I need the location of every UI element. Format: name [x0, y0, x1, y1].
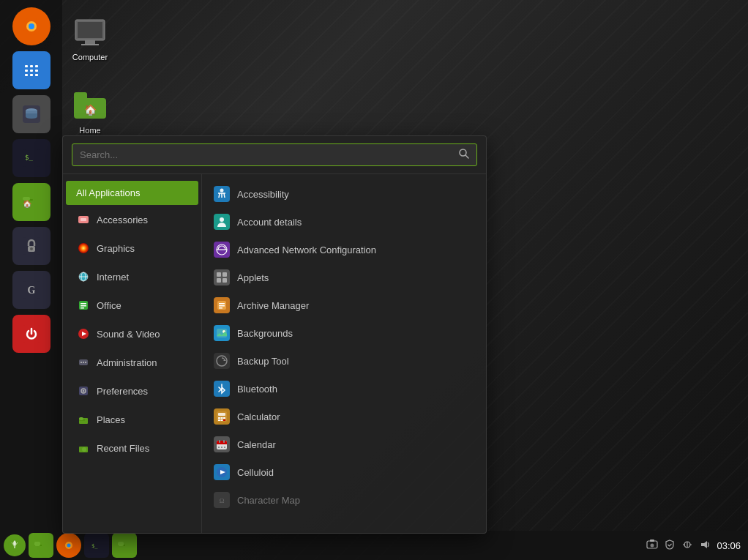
category-administration[interactable]: Administration	[66, 348, 198, 376]
taskbar-lock[interactable]	[12, 227, 51, 265]
office-icon	[76, 298, 91, 313]
category-graphics-label: Graphics	[97, 243, 135, 254]
svg-rect-89	[224, 447, 225, 448]
app-advanced-network[interactable]: Advanced Network Configuration	[202, 236, 486, 264]
svg-rect-10	[35, 65, 38, 67]
category-places[interactable]: Places	[66, 406, 198, 433]
svg-point-27	[30, 247, 33, 250]
app-account-details[interactable]: Account details	[202, 208, 486, 236]
category-preferences-label: Preferences	[97, 386, 148, 397]
taskbar-firefox[interactable]	[12, 7, 51, 45]
administration-icon	[76, 355, 91, 370]
svg-point-100	[67, 544, 71, 548]
category-office[interactable]: Office	[66, 291, 198, 319]
search-input[interactable]	[72, 145, 452, 165]
app-charmap-label: Character Map	[237, 495, 300, 506]
taskbar-terminal[interactable]: $_	[12, 139, 51, 177]
places-icon	[76, 412, 91, 427]
svg-text:$_: $_	[91, 543, 98, 549]
app-network-icon	[214, 242, 230, 258]
app-menu: All Applications Accessories	[62, 135, 487, 534]
categories-panel: All Applications Accessories	[63, 174, 202, 533]
svg-marker-110	[701, 541, 707, 548]
svg-text:Ω: Ω	[220, 497, 225, 504]
svg-rect-69	[219, 307, 222, 309]
category-sound-video-label: Sound & Video	[97, 329, 160, 340]
app-archive-manager[interactable]: Archive Manager	[202, 291, 486, 319]
app-list: Accessibility Account details	[202, 174, 486, 533]
home-desktop-icon[interactable]: 🏠 Home	[64, 88, 116, 135]
app-applets[interactable]: Applets	[202, 264, 486, 291]
taskbar-bottom-folder2[interactable]	[112, 533, 137, 558]
search-icon[interactable]	[452, 144, 476, 165]
app-calendar[interactable]: Calendar	[202, 430, 486, 458]
category-graphics[interactable]: Graphics	[66, 234, 198, 262]
svg-rect-41	[81, 305, 86, 307]
taskbar-g[interactable]: G	[12, 271, 51, 309]
svg-rect-13	[35, 70, 38, 72]
computer-label: Computer	[72, 53, 108, 61]
svg-rect-88	[221, 447, 222, 448]
svg-rect-15	[30, 74, 33, 76]
svg-rect-54	[79, 417, 83, 420]
svg-point-59	[220, 217, 224, 222]
app-calculator-icon	[214, 408, 230, 425]
app-calculator[interactable]: Calculator	[202, 403, 486, 430]
category-sound-video[interactable]: Sound & Video	[66, 320, 198, 348]
category-all-label: All Applications	[76, 187, 140, 198]
svg-rect-16	[35, 74, 38, 76]
app-calendar-icon	[214, 436, 230, 452]
category-recent[interactable]: Recent Files	[66, 434, 198, 462]
app-character-map[interactable]: Ω Character Map	[202, 486, 486, 514]
taskbar-bottom-firefox[interactable]	[56, 533, 81, 558]
app-calendar-label: Calendar	[237, 439, 276, 450]
taskbar-files[interactable]: 🏠	[12, 183, 51, 221]
taskbar-bottom-terminal[interactable]: $_	[84, 533, 109, 558]
screenshot-icon[interactable]	[646, 539, 658, 553]
search-input-wrap[interactable]	[72, 143, 477, 166]
network-icon[interactable]	[681, 539, 693, 553]
svg-rect-80	[221, 419, 223, 421]
taskbar-db[interactable]	[12, 95, 51, 133]
svg-line-32	[465, 155, 468, 158]
taskbar-numpad[interactable]	[12, 51, 51, 89]
shield-icon[interactable]	[664, 539, 676, 553]
app-backgrounds-icon	[214, 325, 230, 341]
app-celluloid[interactable]: Celluloid	[202, 458, 486, 486]
taskbar-bottom-left: $_	[0, 533, 137, 558]
app-calculator-label: Calculator	[237, 411, 280, 422]
app-account-label: Account details	[237, 217, 302, 228]
category-internet[interactable]: Internet	[66, 263, 198, 291]
computer-desktop-icon[interactable]: Computer	[64, 15, 116, 61]
svg-rect-63	[222, 272, 227, 277]
svg-rect-34	[81, 218, 86, 221]
app-backgrounds-label: Backgrounds	[237, 328, 293, 339]
svg-rect-79	[218, 419, 220, 421]
app-bluetooth[interactable]: Bluetooth	[202, 375, 486, 403]
category-all[interactable]: All Applications	[66, 181, 198, 205]
svg-rect-75	[218, 413, 225, 416]
svg-point-56	[82, 447, 86, 452]
category-office-label: Office	[97, 300, 121, 311]
app-backup-tool[interactable]: Backup Tool	[202, 347, 486, 375]
app-bluetooth-icon	[214, 381, 230, 397]
sound-video-icon	[76, 326, 91, 341]
app-accessibility[interactable]: Accessibility	[202, 180, 486, 208]
app-charmap-icon: Ω	[214, 492, 230, 508]
svg-marker-73	[223, 359, 226, 361]
svg-rect-85	[219, 440, 220, 443]
category-accessories[interactable]: Accessories	[66, 206, 198, 234]
app-celluloid-icon	[214, 464, 230, 480]
category-preferences[interactable]: Preferences	[66, 377, 198, 405]
graphics-icon	[76, 241, 91, 255]
category-places-label: Places	[97, 414, 125, 425]
app-backup-label: Backup Tool	[237, 356, 289, 367]
svg-rect-107	[650, 540, 654, 542]
taskbar-power[interactable]	[12, 315, 51, 353]
app-backgrounds[interactable]: Backgrounds	[202, 319, 486, 347]
svg-rect-64	[217, 278, 221, 283]
taskbar-bottom-mint[interactable]	[4, 534, 26, 556]
app-archive-icon	[214, 297, 230, 313]
taskbar-bottom-folder[interactable]	[29, 533, 53, 558]
volume-icon[interactable]	[699, 539, 711, 553]
